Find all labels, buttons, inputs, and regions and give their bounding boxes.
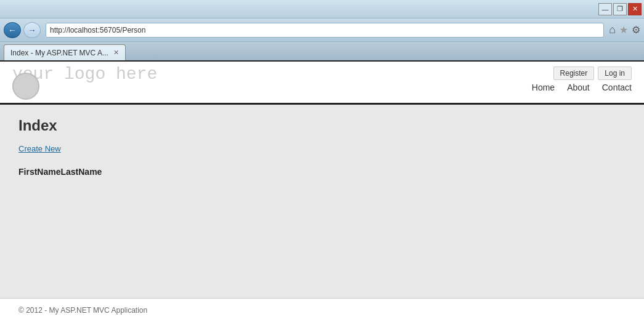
tab-label: Index - My ASP.NET MVC A... xyxy=(10,49,108,57)
site-content: Index Create New FirstName LastName xyxy=(0,105,644,298)
nav-about[interactable]: About xyxy=(567,83,590,92)
home-icon[interactable]: ⌂ xyxy=(609,23,616,36)
register-button[interactable]: Register xyxy=(553,66,595,80)
header-nav: Home About Contact xyxy=(62,83,632,99)
site-footer: © 2012 - My ASP.NET MVC Application xyxy=(0,298,644,322)
title-bar-buttons: — ❐ ✕ xyxy=(598,3,642,15)
settings-icon[interactable]: ⚙ xyxy=(632,24,640,36)
restore-button[interactable]: ❐ xyxy=(613,3,627,15)
minimize-button[interactable]: — xyxy=(598,3,612,15)
footer-text: © 2012 - My ASP.NET MVC Application xyxy=(18,306,147,315)
nav-home[interactable]: Home xyxy=(532,83,555,92)
login-button[interactable]: Log in xyxy=(598,66,632,80)
col-lastname: LastName xyxy=(60,167,102,177)
title-bar: — ❐ ✕ xyxy=(0,0,644,18)
back-button[interactable]: ← xyxy=(4,22,21,38)
page-title: Index xyxy=(18,117,626,134)
browser-window: — ❐ ✕ ← → http://localhost:56705/Person … xyxy=(0,0,644,322)
url-text: http://localhost:56705/Person xyxy=(50,26,145,34)
favorites-icon[interactable]: ★ xyxy=(619,24,628,36)
tab-close-icon[interactable]: ✕ xyxy=(113,49,119,57)
site-header: your logo here Register Log in Home Abou… xyxy=(0,62,644,105)
close-button[interactable]: ✕ xyxy=(628,3,642,15)
nav-contact[interactable]: Contact xyxy=(602,83,632,92)
address-bar[interactable]: http://localhost:56705/Person xyxy=(46,23,604,38)
nav-icons: ⌂ ★ ⚙ xyxy=(609,23,640,36)
tab-bar: Index - My ASP.NET MVC A... ✕ xyxy=(0,42,644,62)
browser-tab[interactable]: Index - My ASP.NET MVC A... ✕ xyxy=(4,44,126,60)
logo-circle xyxy=(12,73,39,100)
site-wrapper: your logo here Register Log in Home Abou… xyxy=(0,62,644,322)
col-firstname: FirstName xyxy=(18,167,60,177)
table-header: FirstName LastName xyxy=(18,163,626,180)
forward-button[interactable]: → xyxy=(23,22,41,38)
nav-bar: ← → http://localhost:56705/Person ⌂ ★ ⚙ xyxy=(0,18,644,42)
create-new-link[interactable]: Create New xyxy=(18,144,61,153)
